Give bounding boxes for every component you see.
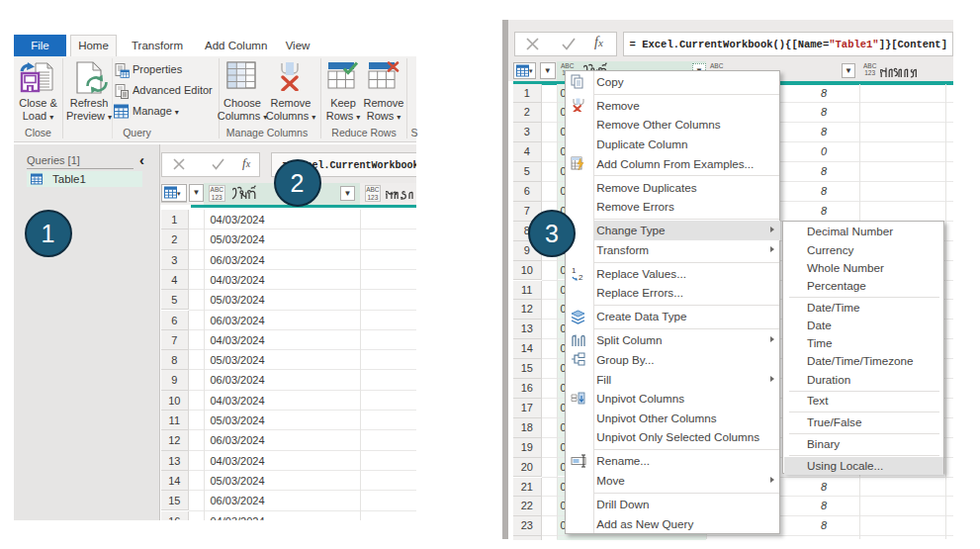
svg-text:2: 2 — [579, 273, 583, 281]
svg-text:1: 1 — [572, 266, 577, 275]
